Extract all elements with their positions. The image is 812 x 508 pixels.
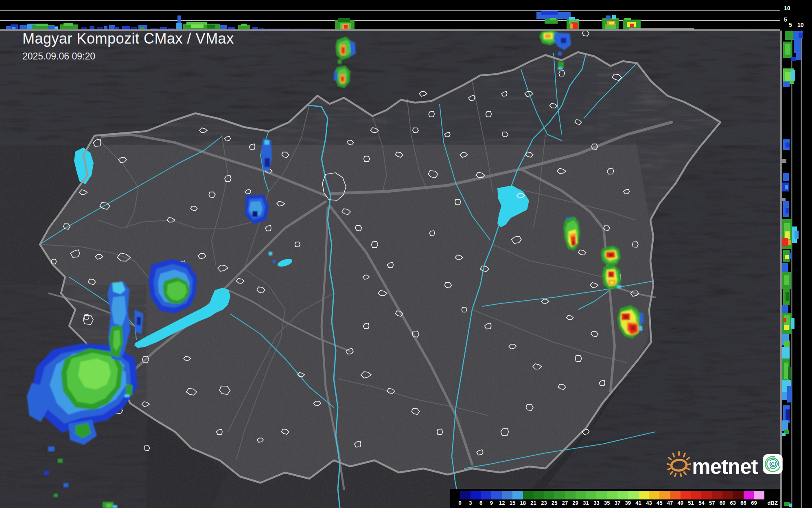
- legend-value-label: 39: [625, 500, 631, 506]
- legend-swatch: [691, 491, 702, 499]
- top-projection-strip: [0, 0, 780, 31]
- legend-value-label: 45: [657, 500, 662, 506]
- legend-value-label: 0: [458, 500, 461, 506]
- legend-value-label: 23: [541, 500, 547, 506]
- legend-value-label: 15: [510, 500, 515, 506]
- legend-swatch: [649, 491, 659, 499]
- dbz-legend: 0369121518212325272931333537394143454749…: [450, 489, 780, 508]
- legend-value-label: 37: [615, 500, 620, 506]
- spiral-storm-icon: [763, 451, 783, 477]
- legend-swatch: [607, 491, 617, 499]
- legend-value-label: 66: [740, 500, 746, 506]
- legend-value-label: 18: [520, 500, 526, 506]
- legend-swatch: [471, 491, 481, 499]
- legend-value-label: 25: [552, 500, 557, 506]
- legend-value-label: 57: [709, 500, 715, 506]
- legend-swatch: [502, 491, 512, 499]
- legend-swatch: [460, 491, 471, 499]
- legend-swatch: [491, 491, 502, 499]
- legend-swatch: [639, 491, 649, 499]
- right-strip-tick-5km: 5: [789, 22, 792, 28]
- top-strip-tick-10km: 10: [784, 5, 790, 11]
- legend-swatch: [565, 491, 576, 499]
- legend-value-label: 63: [730, 500, 736, 506]
- legend-swatch: [481, 491, 492, 499]
- legend-value-label: 69: [751, 500, 757, 506]
- map-area: [0, 30, 780, 508]
- legend-value-label: 3: [469, 500, 472, 506]
- legend-value-label: 35: [604, 500, 610, 506]
- top-strip-tick-5km: 5: [784, 16, 787, 23]
- legend-swatch: [670, 491, 681, 499]
- legend-swatch: [701, 491, 712, 499]
- legend-value-label: 33: [593, 500, 599, 506]
- legend-swatch: [512, 491, 523, 499]
- right-map-separator: [780, 31, 782, 508]
- legend-swatch: [722, 491, 733, 499]
- radar-map: [0, 0, 812, 508]
- legend-value-label: 60: [720, 500, 725, 506]
- radar-screen: Magyar Kompozit CMax / VMax 2025.09.06 0…: [0, 0, 812, 508]
- legend-unit-label: dBZ: [768, 500, 778, 506]
- legend-value-label: 21: [530, 500, 536, 506]
- right-projection-strip: [780, 0, 812, 508]
- legend-swatch: [681, 491, 691, 499]
- legend-value-label: 27: [562, 500, 568, 506]
- legend-value-label: 47: [667, 500, 673, 506]
- legend-swatch: [744, 491, 754, 499]
- sun-icon: [667, 446, 691, 481]
- legend-swatch: [659, 491, 670, 499]
- legend-value-label: 43: [646, 500, 652, 506]
- legend-swatch: [733, 491, 744, 499]
- legend-swatch: [596, 491, 607, 499]
- right-strip-tick-10km: 10: [797, 22, 804, 28]
- legend-value-label: 51: [688, 500, 694, 506]
- legend-swatch: [534, 491, 544, 499]
- legend-swatch: [544, 491, 554, 499]
- legend-swatch: [628, 491, 639, 499]
- legend-value-label: 29: [573, 500, 578, 506]
- legend-swatch: [754, 491, 764, 499]
- legend-value-label: 54: [698, 500, 704, 506]
- legend-value-label: 6: [479, 500, 482, 506]
- legend-swatch: [617, 491, 628, 499]
- legend-swatch: [523, 491, 534, 499]
- legend-value-label: 12: [499, 500, 505, 506]
- legend-value-label: 9: [490, 500, 493, 506]
- legend-value-label: 41: [635, 500, 641, 506]
- legend-value-label: 31: [583, 500, 589, 506]
- metnet-wordmark: metnet: [692, 455, 757, 479]
- legend-swatch: [554, 491, 565, 499]
- legend-swatches: [460, 491, 764, 499]
- legend-swatch: [576, 491, 586, 499]
- legend-swatch: [586, 491, 597, 499]
- legend-value-label: 49: [678, 500, 683, 506]
- metnet-logo[interactable]: metnet: [667, 445, 783, 482]
- legend-swatch: [712, 491, 722, 499]
